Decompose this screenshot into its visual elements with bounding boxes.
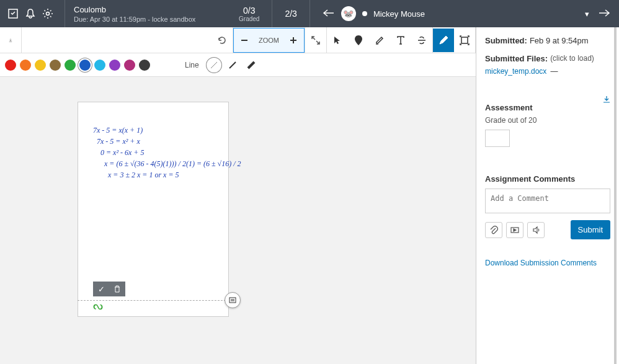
handwriting-line: x = 3 ± 2 x = 1 or x = 5	[108, 169, 218, 180]
status-dot	[362, 11, 367, 16]
draw-icon[interactable]	[433, 29, 454, 52]
color-swatch[interactable]	[94, 60, 105, 71]
next-student-arrow[interactable]	[598, 9, 610, 19]
audio-comment-icon[interactable]	[527, 222, 545, 238]
color-swatch[interactable]	[35, 60, 46, 71]
strikethrough-icon[interactable]	[411, 29, 432, 52]
svg-rect-2	[461, 37, 468, 43]
color-swatch[interactable]	[65, 60, 76, 71]
media-comment-icon[interactable]	[506, 222, 523, 238]
svg-line-4	[229, 62, 236, 68]
handwriting-line: 7x - 5 = x² + x	[97, 136, 218, 147]
bell-icon[interactable]	[25, 8, 36, 19]
zoom-out-icon[interactable]	[234, 29, 255, 52]
line-medium-icon[interactable]	[225, 58, 240, 73]
submitted-label: Submitted:	[485, 36, 527, 45]
comments-label: Assignment Comments	[485, 174, 610, 184]
pointer-icon[interactable]	[327, 29, 348, 52]
assignment-title: Coulomb	[74, 5, 225, 14]
files-label: Submitted Files:	[485, 54, 548, 63]
color-swatch[interactable]	[5, 60, 16, 71]
attach-file-icon[interactable]	[485, 222, 502, 238]
fullscreen-icon[interactable]	[305, 29, 326, 52]
student-avatar[interactable]: 🐭	[341, 6, 356, 21]
zoom-group: ZOOM	[233, 28, 305, 53]
assignment-subtitle: Due: Apr 30 at 11:59pm - locke sandbox	[74, 16, 225, 23]
assessment-label: Assessment	[485, 103, 610, 112]
green-annotation-mark: ᔓ	[93, 299, 103, 313]
chevron-down-icon[interactable]: ▾	[585, 9, 589, 19]
line-label: Line	[185, 61, 199, 69]
color-swatch[interactable]	[124, 60, 135, 71]
handwriting-line: 0 = x² - 6x + 5	[100, 147, 218, 158]
document-canvas[interactable]: 7x - 5 = x(x + 1)7x - 5 = x² + x0 = x² -…	[0, 77, 476, 364]
svg-rect-6	[229, 298, 236, 303]
trash-icon[interactable]	[109, 282, 125, 296]
color-swatch[interactable]	[79, 60, 91, 71]
comment-textarea[interactable]	[485, 189, 610, 213]
gear-icon[interactable]	[42, 8, 53, 19]
files-hint: (click to load)	[550, 54, 594, 63]
student-position: 2/3	[276, 9, 305, 19]
student-name: Mickey Mouse	[373, 9, 425, 19]
color-swatch[interactable]	[109, 60, 120, 71]
confirm-icon[interactable]: ✓	[93, 282, 109, 296]
assignment-title-block: Coulomb Due: Apr 30 at 11:59pm - locke s…	[69, 2, 230, 25]
svg-point-1	[47, 12, 50, 16]
zoom-label: ZOOM	[255, 37, 283, 44]
graded-count-block: 0/3 Graded	[230, 6, 268, 22]
zoom-in-icon[interactable]	[283, 29, 304, 52]
annotation-panel: ZOOM Line 7x - 5 = x(	[0, 27, 476, 364]
app-header: Coulomb Due: Apr 30 at 11:59pm - locke s…	[0, 0, 619, 27]
highlight-icon[interactable]	[369, 29, 390, 52]
color-swatch[interactable]	[20, 60, 31, 71]
svg-line-5	[248, 62, 254, 68]
handwriting-line: 7x - 5 = x(x + 1)	[93, 125, 218, 136]
line-thick-icon[interactable]	[244, 58, 259, 73]
download-comments-link[interactable]: Download Submission Comments	[485, 259, 597, 267]
scrollbar[interactable]	[614, 27, 617, 364]
grade-out-of-label: Grade out of 20	[485, 116, 610, 125]
comment-bubble-icon[interactable]	[225, 292, 241, 308]
handwriting-line: x = (6 ± √(36 - 4(5)(1))) / 2(1) = (6 ± …	[104, 158, 218, 169]
grade-input[interactable]	[485, 130, 510, 147]
main-toolbar: ZOOM	[0, 27, 476, 53]
handwriting-content: 7x - 5 = x(x + 1)7x - 5 = x² + x0 = x² -…	[78, 102, 228, 180]
submitted-file-link[interactable]: mickey_temp.docx	[485, 67, 546, 76]
annotation-action-bar: ✓	[93, 282, 125, 296]
color-swatch[interactable]	[50, 60, 61, 71]
submitted-time: Feb 9 at 9:54pm	[530, 36, 589, 45]
prev-student-arrow[interactable]	[323, 9, 335, 19]
download-file-icon[interactable]	[603, 95, 610, 105]
area-icon[interactable]	[454, 29, 475, 52]
text-icon[interactable]	[390, 29, 411, 52]
grading-sidebar: Submitted: Feb 9 at 9:54pm Submitted Fil…	[476, 27, 619, 364]
color-swatch[interactable]	[139, 60, 150, 71]
line-thin-icon[interactable]	[207, 58, 221, 73]
submit-button[interactable]: Submit	[571, 220, 610, 239]
color-toolbar: Line	[0, 53, 476, 77]
gradebook-icon[interactable]	[7, 8, 19, 19]
download-icon[interactable]	[0, 29, 21, 52]
pin-icon[interactable]	[348, 29, 369, 52]
undo-icon[interactable]	[212, 29, 233, 52]
svg-line-3	[211, 62, 217, 68]
